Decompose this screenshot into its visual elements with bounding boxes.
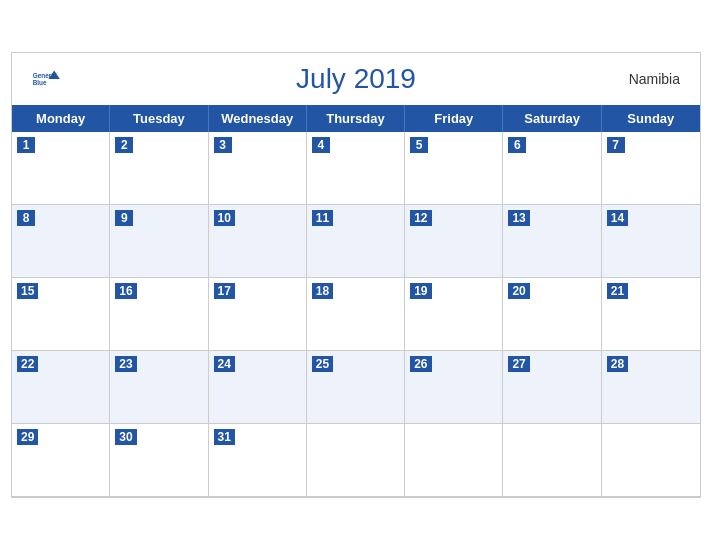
date-number-23: 23 [115, 356, 136, 372]
date-number-24: 24 [214, 356, 235, 372]
calendar-cell-20: 20 [503, 278, 601, 350]
calendar-cell-7: 7 [602, 132, 700, 204]
date-number-27: 27 [508, 356, 529, 372]
date-number-26: 26 [410, 356, 431, 372]
date-number-17: 17 [214, 283, 235, 299]
date-number-5: 5 [410, 137, 428, 153]
calendar-cell-30: 30 [110, 424, 208, 496]
calendar-cell-28: 28 [602, 351, 700, 423]
day-monday: Monday [12, 105, 110, 132]
date-number-30: 30 [115, 429, 136, 445]
date-number-16: 16 [115, 283, 136, 299]
date-number-12: 12 [410, 210, 431, 226]
svg-text:Blue: Blue [33, 79, 47, 86]
date-number-14: 14 [607, 210, 628, 226]
week-row-2: 891011121314 [12, 205, 700, 278]
calendar-grid: 1234567891011121314151617181920212223242… [12, 132, 700, 497]
date-number-4: 4 [312, 137, 330, 153]
calendar-cell-10: 10 [209, 205, 307, 277]
calendar-cell-17: 17 [209, 278, 307, 350]
date-number-21: 21 [607, 283, 628, 299]
day-wednesday: Wednesday [209, 105, 307, 132]
calendar-cell-16: 16 [110, 278, 208, 350]
day-tuesday: Tuesday [110, 105, 208, 132]
day-thursday: Thursday [307, 105, 405, 132]
calendar-cell-25: 25 [307, 351, 405, 423]
calendar-cell-23: 23 [110, 351, 208, 423]
calendar-cell-4: 4 [307, 132, 405, 204]
date-number-6: 6 [508, 137, 526, 153]
calendar-cell-27: 27 [503, 351, 601, 423]
calendar-cell-31: 31 [209, 424, 307, 496]
calendar-cell-empty [503, 424, 601, 496]
date-number-2: 2 [115, 137, 133, 153]
calendar-cell-19: 19 [405, 278, 503, 350]
general-blue-logo: General Blue [32, 69, 62, 89]
week-row-1: 1234567 [12, 132, 700, 205]
calendar-cell-1: 1 [12, 132, 110, 204]
date-number-20: 20 [508, 283, 529, 299]
calendar-cell-15: 15 [12, 278, 110, 350]
calendar-cell-14: 14 [602, 205, 700, 277]
calendar-cell-3: 3 [209, 132, 307, 204]
week-row-4: 22232425262728 [12, 351, 700, 424]
calendar-cell-9: 9 [110, 205, 208, 277]
date-number-10: 10 [214, 210, 235, 226]
date-number-3: 3 [214, 137, 232, 153]
logo-area: General Blue [32, 69, 62, 89]
calendar-cell-21: 21 [602, 278, 700, 350]
calendar-cell-18: 18 [307, 278, 405, 350]
calendar-cell-26: 26 [405, 351, 503, 423]
calendar-cell-8: 8 [12, 205, 110, 277]
date-number-11: 11 [312, 210, 333, 226]
calendar-cell-22: 22 [12, 351, 110, 423]
date-number-9: 9 [115, 210, 133, 226]
date-number-15: 15 [17, 283, 38, 299]
date-number-22: 22 [17, 356, 38, 372]
calendar-title: July 2019 [32, 63, 680, 95]
date-number-13: 13 [508, 210, 529, 226]
calendar-cell-5: 5 [405, 132, 503, 204]
date-number-28: 28 [607, 356, 628, 372]
calendar-cell-empty [602, 424, 700, 496]
calendar-cell-13: 13 [503, 205, 601, 277]
calendar-cell-2: 2 [110, 132, 208, 204]
calendar-cell-12: 12 [405, 205, 503, 277]
calendar-cell-6: 6 [503, 132, 601, 204]
days-header: Monday Tuesday Wednesday Thursday Friday… [12, 105, 700, 132]
calendar-country: Namibia [629, 71, 680, 87]
date-number-31: 31 [214, 429, 235, 445]
calendar-cell-empty [307, 424, 405, 496]
calendar-container: General Blue July 2019 Namibia Monday Tu… [11, 52, 701, 498]
date-number-18: 18 [312, 283, 333, 299]
calendar-cell-empty [405, 424, 503, 496]
week-row-3: 15161718192021 [12, 278, 700, 351]
week-row-5: 293031 [12, 424, 700, 497]
date-number-29: 29 [17, 429, 38, 445]
calendar-cell-29: 29 [12, 424, 110, 496]
date-number-25: 25 [312, 356, 333, 372]
calendar-header: General Blue July 2019 Namibia [12, 53, 700, 105]
day-friday: Friday [405, 105, 503, 132]
calendar-cell-24: 24 [209, 351, 307, 423]
date-number-7: 7 [607, 137, 625, 153]
date-number-19: 19 [410, 283, 431, 299]
date-number-1: 1 [17, 137, 35, 153]
date-number-8: 8 [17, 210, 35, 226]
day-saturday: Saturday [503, 105, 601, 132]
calendar-cell-11: 11 [307, 205, 405, 277]
day-sunday: Sunday [602, 105, 700, 132]
